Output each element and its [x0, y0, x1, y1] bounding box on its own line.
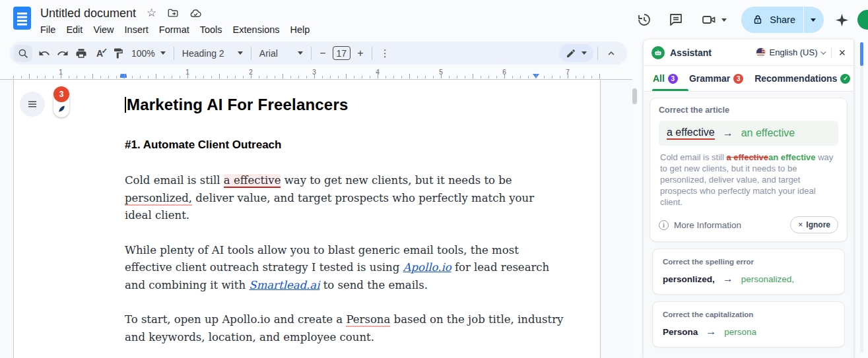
doc-paragraph-1: Cold email is still a effective way to g… [125, 172, 564, 225]
suggested-text: personalized, [741, 274, 794, 284]
comments-icon[interactable] [668, 12, 684, 28]
us-flag-icon [756, 47, 766, 57]
quill-pen-icon [53, 102, 69, 116]
suggestions-list: Correct the article a effective → an eff… [644, 92, 853, 358]
suggestions-badge[interactable]: 3 [53, 86, 69, 117]
spelling-error[interactable]: personlized, [125, 192, 192, 206]
editing-mode-button[interactable] [559, 44, 593, 62]
arrow-icon: → [723, 127, 733, 139]
toolbar-divider [597, 47, 598, 60]
more-information-link[interactable]: More Information [674, 220, 741, 230]
app-header: Untitled document ☆ File Edit View Inser… [0, 0, 868, 40]
menu-bar: File Edit View Insert Format Tools Exten… [35, 22, 315, 37]
capitalization-error[interactable]: Persona [346, 313, 390, 327]
panel-scrollbar[interactable] [860, 42, 863, 66]
context-added-text: an effective [768, 152, 816, 162]
lock-icon [752, 14, 764, 26]
toolbar-divider [251, 47, 251, 60]
left-indent-marker[interactable] [120, 74, 127, 78]
undo-button[interactable] [35, 45, 53, 62]
menu-format[interactable]: Format [154, 22, 195, 37]
google-docs-icon[interactable] [13, 7, 31, 30]
assistant-header: Assistant English (US) × [644, 40, 853, 65]
suggested-text: persona [724, 327, 756, 337]
assistant-panel: Assistant English (US) × All 3 Grammar 3… [644, 40, 853, 358]
move-folder-icon[interactable] [167, 7, 179, 19]
menu-extensions[interactable]: Extensions [228, 22, 285, 37]
assistant-title: Assistant [670, 47, 712, 58]
outline-list-icon [26, 98, 38, 110]
menu-tools[interactable]: Tools [195, 22, 228, 37]
suggestion-count-badge: 3 [53, 86, 69, 102]
tab-all[interactable]: All 3 [653, 73, 678, 84]
card-title: Correct the article [659, 105, 838, 115]
paragraph-style-select[interactable]: Heading 2 [178, 45, 247, 62]
more-toolbar-options-button[interactable]: ⋮ [376, 47, 394, 59]
card-title: Correct the capitalization [663, 311, 834, 318]
suggestion-context: Cold email is still a effectivean effect… [659, 152, 838, 208]
grammar-error-active[interactable]: a effective [224, 174, 281, 188]
language-selector[interactable]: English (US) [770, 47, 818, 57]
smartlead-link[interactable]: Smartlead.ai [249, 279, 319, 291]
zoom-select[interactable]: 100% [127, 45, 170, 62]
close-panel-button[interactable]: × [838, 47, 846, 59]
menu-edit[interactable]: Edit [61, 22, 88, 37]
toolbar-divider [372, 47, 372, 60]
share-dropdown-button[interactable] [803, 7, 824, 33]
assistant-tabs: All 3 Grammar 3 Recommendations ✓ [644, 66, 853, 91]
suggestion-card-article[interactable]: Correct the article a effective → an eff… [650, 98, 848, 242]
gemini-sparkle-icon[interactable] [834, 13, 850, 28]
menu-view[interactable]: View [88, 22, 119, 37]
recommendations-check-icon: ✓ [840, 74, 850, 84]
suggestion-card-capitalization[interactable]: Correct the capitalization Persona → per… [652, 301, 845, 347]
suggestion-card-spelling[interactable]: Correct the spelling error personlized, … [652, 249, 845, 295]
pencil-icon [566, 48, 576, 59]
panel-scrollbar-track [860, 42, 863, 353]
hide-menus-button[interactable] [602, 45, 620, 62]
account-avatar[interactable] [857, 10, 868, 30]
horizontal-ruler: 1 1 2 3 4 5 6 7 [0, 69, 632, 79]
ignore-button[interactable]: × Ignore [790, 216, 838, 233]
tab-recommendations[interactable]: Recommendations ✓ [754, 73, 850, 84]
original-text: personlized, [663, 274, 715, 284]
document-scrollbar[interactable] [632, 88, 637, 104]
search-menus-button[interactable] [14, 45, 32, 62]
original-text: Persona [663, 327, 698, 337]
font-family-select[interactable]: Arial [255, 45, 307, 62]
document-outline-button[interactable] [20, 92, 45, 117]
suggested-text: an effective [741, 127, 795, 139]
font-size-input[interactable]: 17 [333, 46, 351, 60]
doc-heading-3: #1. Automate Client Outreach [125, 138, 600, 152]
doc-heading-1: Marketing AI For Freelancers [125, 96, 600, 114]
arrow-icon: → [723, 273, 733, 285]
increase-font-size-button[interactable]: + [353, 45, 368, 62]
print-button[interactable] [72, 45, 90, 62]
arrow-icon: → [706, 326, 716, 338]
tab-grammar[interactable]: Grammar 3 [689, 73, 743, 84]
share-label: Share [770, 15, 795, 25]
meet-call-button[interactable] [701, 12, 727, 28]
header-divider [831, 47, 832, 58]
share-button[interactable]: Share [741, 7, 803, 33]
menu-help[interactable]: Help [285, 22, 316, 37]
document-page[interactable]: Marketing AI For Freelancers #1. Automat… [13, 80, 601, 358]
document-title[interactable]: Untitled document [40, 7, 136, 20]
paint-format-button[interactable] [109, 45, 127, 62]
document-canvas: Marketing AI For Freelancers #1. Automat… [0, 80, 634, 358]
apollo-link[interactable]: Apollo.io [403, 261, 451, 274]
toolbar-divider [174, 47, 174, 60]
decrease-font-size-button[interactable]: − [316, 45, 330, 62]
star-icon[interactable]: ☆ [147, 7, 156, 18]
menu-file[interactable]: File [35, 22, 61, 37]
toolbar-divider [311, 47, 312, 60]
video-camera-icon [701, 12, 717, 28]
cloud-status-icon[interactable] [189, 7, 202, 20]
context-removed-text: a effective [726, 152, 768, 162]
version-history-icon[interactable] [636, 12, 652, 28]
suggestion-change[interactable]: a effective → an effective [659, 121, 838, 146]
menu-insert[interactable]: Insert [119, 22, 154, 37]
right-indent-marker[interactable] [533, 74, 539, 78]
redo-button[interactable] [53, 45, 72, 62]
card-title: Correct the spelling error [663, 258, 834, 266]
spell-check-button[interactable]: A✓ [90, 45, 109, 62]
